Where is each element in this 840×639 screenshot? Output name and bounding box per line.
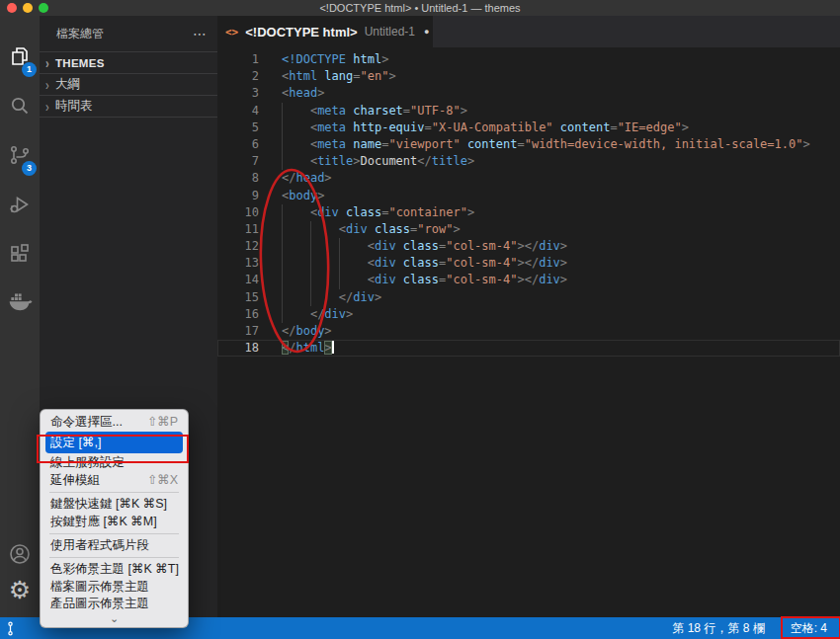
code-text: </body> (259, 323, 332, 340)
menu-item-label: 設定 [⌘,] (50, 432, 101, 453)
menu-item-label: 按鍵對應 [⌘K ⌘M] (50, 514, 157, 530)
code-line-8[interactable]: 8</head> (217, 170, 840, 187)
menu-item[interactable]: 產品圖示佈景主題 (41, 596, 188, 612)
line-number: 5 (217, 120, 259, 136)
line-number: 7 (217, 153, 259, 170)
settings-gear-icon[interactable]: ⚙ (0, 567, 40, 612)
menu-item[interactable]: 使用者程式碼片段 (41, 537, 188, 554)
source-control-badge: 3 (22, 161, 37, 176)
code-text: </div> (259, 306, 353, 323)
chevron-right-icon: › (45, 55, 49, 71)
code-line-6[interactable]: 6 <meta name="viewport" content="width=d… (217, 136, 840, 153)
sidebar-section-outline[interactable]: › 大綱 (40, 73, 217, 95)
code-text: <body> (259, 188, 324, 204)
code-editor[interactable]: 1<!DOCTYPE html>2<html lang="en">3<head>… (217, 47, 840, 617)
menu-item-label: 鍵盤快速鍵 [⌘K ⌘S] (50, 496, 167, 513)
code-text: <title>Document</title> (259, 153, 474, 170)
code-line-7[interactable]: 7 <title>Document</title> (217, 153, 840, 170)
code-text: <meta http-equiv="X-UA-Compatible" conte… (259, 120, 689, 136)
sidebar-title: 檔案總管 (56, 26, 193, 42)
code-line-10[interactable]: 10 <div class="container"> (217, 204, 840, 221)
code-line-5[interactable]: 5 <meta http-equiv="X-UA-Compatible" con… (217, 120, 840, 136)
sidebar-section-timeline[interactable]: › 時間表 (40, 95, 217, 118)
line-number: 4 (217, 103, 259, 120)
line-number: 14 (217, 272, 259, 288)
menu-item-label: 使用者程式碼片段 (50, 537, 149, 554)
html-file-icon: <> (225, 26, 238, 39)
menu-item[interactable]: 按鍵對應 [⌘K ⌘M] (41, 514, 188, 530)
code-text: <meta name="viewport" content="width=dev… (259, 136, 810, 153)
more-actions-icon[interactable]: ⋯ (193, 26, 208, 41)
line-number: 12 (217, 238, 259, 255)
code-text: <meta charset="UTF-8"> (259, 103, 467, 120)
remote-branch-icon[interactable] (4, 621, 17, 636)
menu-item-shortcut: ⇧⌘X (147, 472, 178, 489)
line-number: 1 (217, 51, 259, 68)
sidebar-section-themes[interactable]: › THEMES (40, 51, 217, 73)
line-number: 8 (217, 170, 259, 187)
tab-label: <!DOCTYPE html> (245, 25, 357, 40)
section-label: 時間表 (55, 98, 93, 115)
line-number: 2 (217, 68, 259, 85)
tab-description: Untitled-1 (365, 25, 415, 39)
code-line-16[interactable]: 16 </div> (217, 306, 840, 323)
menu-item[interactable]: 命令選擇區...⇧⌘P (41, 414, 188, 431)
code-text: </head> (259, 170, 332, 187)
indentation-status[interactable]: 空格: 4 (791, 620, 827, 637)
indent-guide (282, 103, 283, 171)
code-line-2[interactable]: 2<html lang="en"> (217, 68, 840, 85)
activity-bar: 1 3 ⚙ (0, 16, 40, 617)
code-line-1[interactable]: 1<!DOCTYPE html> (217, 51, 840, 68)
section-label: THEMES (55, 57, 105, 69)
indent-guide (310, 221, 311, 306)
code-line-9[interactable]: 9<body> (217, 188, 840, 204)
settings-context-menu: 命令選擇區...⇧⌘P設定 [⌘,]線上服務設定延伸模組⇧⌘X鍵盤快速鍵 [⌘K… (40, 409, 189, 628)
text-cursor (332, 341, 334, 354)
menu-separator (49, 557, 179, 558)
tab-untitled-1[interactable]: <> <!DOCTYPE html> Untitled-1 ● (217, 16, 433, 47)
menu-separator (49, 492, 179, 493)
code-text: <div class="col-sm-4"></div> (259, 255, 567, 272)
line-number: 9 (217, 188, 259, 204)
line-number: 18 (217, 340, 259, 357)
code-text: <!DOCTYPE html> (259, 51, 388, 68)
menu-item-label: 線上服務設定 (50, 454, 125, 471)
source-control-icon[interactable]: 3 (0, 132, 40, 178)
menu-item-label: 色彩佈景主題 [⌘K ⌘T] (50, 561, 179, 578)
menu-item-label: 產品圖示佈景主題 (50, 596, 149, 612)
menu-scroll-down-icon[interactable]: ⌄ (41, 613, 188, 625)
code-line-3[interactable]: 3<head> (217, 85, 840, 102)
menu-item[interactable]: 線上服務設定 (41, 454, 188, 471)
explorer-badge: 1 (22, 62, 37, 77)
code-text: <div class="col-sm-4"></div> (259, 238, 567, 255)
extensions-icon[interactable] (0, 231, 40, 277)
cursor-position-status[interactable]: 第 18 行，第 8 欄 (672, 620, 764, 637)
menu-item[interactable]: 設定 [⌘,] (45, 432, 183, 453)
indent-guide (339, 238, 340, 289)
modified-dot-icon[interactable]: ● (424, 27, 429, 37)
code-text: <div class="row"> (259, 221, 461, 238)
menu-item[interactable]: 延伸模組⇧⌘X (41, 472, 188, 489)
code-line-18[interactable]: 18</html> (217, 340, 840, 357)
chevron-right-icon: › (45, 77, 49, 93)
code-line-4[interactable]: 4 <meta charset="UTF-8"> (217, 103, 840, 120)
menu-item[interactable]: 色彩佈景主題 [⌘K ⌘T] (41, 561, 188, 578)
chevron-right-icon: › (45, 99, 49, 115)
code-text: <head> (259, 85, 324, 102)
line-number: 15 (217, 289, 259, 306)
run-and-debug-icon[interactable] (0, 182, 40, 227)
docker-icon[interactable] (0, 279, 40, 324)
menu-item-shortcut: ⇧⌘P (147, 414, 178, 431)
menu-item-label: 延伸模組 (50, 472, 100, 489)
search-icon[interactable] (0, 83, 40, 128)
code-line-17[interactable]: 17</body> (217, 323, 840, 340)
code-text: </html> (259, 340, 334, 357)
line-number: 16 (217, 306, 259, 323)
line-number: 6 (217, 136, 259, 153)
code-text: <html lang="en"> (259, 68, 396, 85)
menu-item[interactable]: 檔案圖示佈景主題 (41, 579, 188, 596)
code-text: </div> (259, 289, 381, 306)
explorer-icon[interactable]: 1 (0, 34, 40, 79)
menu-item[interactable]: 鍵盤快速鍵 [⌘K ⌘S] (41, 496, 188, 513)
line-number: 13 (217, 255, 259, 272)
